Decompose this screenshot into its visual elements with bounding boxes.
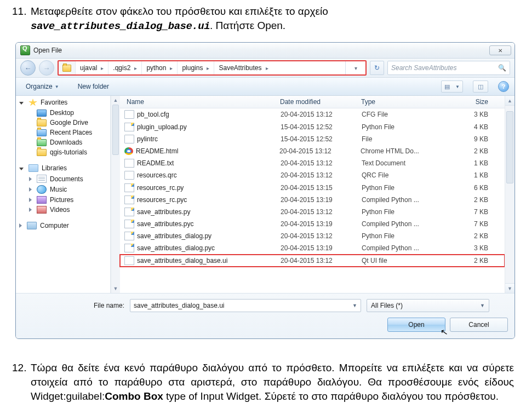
file-type: Qt UI file bbox=[362, 257, 439, 264]
search-input[interactable]: Search SaveAttributes 🔍 bbox=[387, 61, 510, 75]
cancel-button[interactable]: Cancel bbox=[450, 318, 508, 332]
preview-pane-button[interactable]: ◫ bbox=[473, 80, 488, 93]
view-mode-button[interactable]: ▤▼ bbox=[441, 80, 463, 93]
sidebar-item-pictures[interactable]: Pictures bbox=[16, 195, 110, 205]
open-button[interactable]: Open bbox=[387, 318, 445, 332]
chevron-down-icon[interactable]: ▼ bbox=[352, 303, 357, 308]
file-size: 6 KB bbox=[439, 184, 505, 192]
col-date[interactable]: Date modified bbox=[280, 98, 361, 106]
chevron-right-icon bbox=[29, 177, 32, 181]
file-row[interactable]: save_attributes.pyc20-04-2015 13:19Compi… bbox=[120, 218, 505, 230]
sidebar-libraries[interactable]: Libraries bbox=[16, 163, 110, 174]
breadcrumb-seg[interactable]: SaveAttributes bbox=[214, 61, 272, 74]
file-date: 20-04-2015 13:12 bbox=[281, 232, 362, 240]
sidebar-item-videos[interactable]: Videos bbox=[16, 205, 110, 215]
file-size: 9 KB bbox=[439, 135, 505, 143]
file-size: 2 KB bbox=[439, 232, 505, 240]
breadcrumb-seg[interactable]: ujaval bbox=[75, 61, 108, 74]
instruction-11: 11. Μεταφερθείτε στον φάκελο του πρόσθετ… bbox=[12, 4, 514, 33]
file-date: 20-04-2015 13:12 bbox=[279, 147, 361, 155]
file-size: 1 KB bbox=[439, 171, 505, 179]
file-name: save_attributes_dialog.py bbox=[137, 232, 281, 240]
file-icon bbox=[124, 208, 134, 216]
col-name[interactable]: Name bbox=[120, 98, 280, 106]
file-type: Python File bbox=[362, 208, 439, 216]
filename-input[interactable]: save_attributes_dialog_base.ui ▼ bbox=[130, 299, 361, 312]
file-size: 2 KB bbox=[439, 257, 505, 264]
file-size: 2 KB bbox=[439, 196, 505, 204]
file-row[interactable]: resources_rc.py20-04-2015 13:15Python Fi… bbox=[120, 181, 505, 193]
sidebar-item-downloads[interactable]: Downloads bbox=[16, 137, 110, 147]
file-date: 20-04-2015 13:12 bbox=[281, 208, 362, 216]
file-type: Chrome HTML Do... bbox=[361, 147, 438, 155]
col-size[interactable]: Size bbox=[439, 98, 505, 106]
pictures-icon bbox=[37, 196, 47, 204]
breadcrumb[interactable]: ujaval .qgis2 python plugins SaveAttribu… bbox=[58, 60, 367, 76]
computer-icon bbox=[27, 222, 37, 229]
breadcrumb-seg[interactable]: .qgis2 bbox=[108, 61, 141, 74]
file-icon bbox=[124, 110, 134, 119]
instruction-number: 11. bbox=[12, 4, 31, 33]
sidebar-scrollbar[interactable]: ▲ ▼ bbox=[111, 96, 120, 293]
sidebar-computer[interactable]: Computer bbox=[16, 220, 110, 231]
file-row[interactable]: save_attributes_dialog.py20-04-2015 13:1… bbox=[120, 230, 505, 242]
filename-label: File name: bbox=[94, 302, 124, 309]
file-row[interactable]: README.txt20-04-2015 13:12Text Document1… bbox=[120, 157, 505, 169]
file-type: QRC File bbox=[362, 171, 439, 179]
file-date: 20-04-2015 13:12 bbox=[281, 111, 362, 118]
file-name: pylintrc bbox=[137, 135, 281, 143]
file-date: 20-04-2015 13:12 bbox=[281, 171, 362, 179]
new-folder-button[interactable]: New folder bbox=[73, 81, 113, 92]
sidebar-item-desktop[interactable]: Desktop bbox=[16, 108, 110, 118]
close-button[interactable]: ✕ bbox=[489, 45, 511, 55]
file-row[interactable]: plugin_upload.py15-04-2015 12:52Python F… bbox=[120, 120, 505, 133]
file-icon bbox=[124, 183, 134, 192]
sidebar-item-documents[interactable]: Documents bbox=[16, 174, 110, 184]
instruction-text-b: type of Input Widget. Σύρετέ το στο παρά… bbox=[163, 390, 499, 402]
file-type: File bbox=[362, 135, 439, 143]
breadcrumb-dropdown[interactable]: ▾ bbox=[345, 61, 365, 74]
navbar: ← → ujaval .qgis2 python plugins SaveAtt… bbox=[16, 59, 514, 78]
instruction-code: save_attributes_dialog_base.ui bbox=[31, 20, 210, 32]
forward-button[interactable]: → bbox=[39, 60, 54, 76]
filetype-filter[interactable]: All Files (*) ▼ bbox=[367, 299, 489, 312]
breadcrumb-seg[interactable]: plugins bbox=[177, 61, 214, 74]
breadcrumb-seg[interactable]: python bbox=[141, 61, 177, 74]
window-title: Open File bbox=[33, 47, 62, 54]
file-row[interactable]: resources.qrc20-04-2015 13:12QRC File1 K… bbox=[120, 169, 505, 181]
sidebar-item-music[interactable]: Music bbox=[16, 184, 110, 195]
instruction-number: 12. bbox=[12, 361, 31, 403]
file-name: pb_tool.cfg bbox=[137, 111, 281, 118]
file-name: resources_rc.py bbox=[137, 184, 281, 192]
col-type[interactable]: Type bbox=[361, 98, 439, 106]
file-date: 20-04-2015 13:19 bbox=[281, 220, 362, 228]
file-row[interactable]: pb_tool.cfg20-04-2015 13:12CFG File3 KB bbox=[120, 108, 505, 120]
sidebar-item-gdrive[interactable]: Google Drive bbox=[16, 118, 110, 128]
file-type: Text Document bbox=[362, 159, 439, 167]
back-button[interactable]: ← bbox=[20, 60, 36, 76]
refresh-button[interactable]: ↻ bbox=[370, 61, 384, 75]
help-icon[interactable]: ? bbox=[498, 81, 509, 92]
file-icon bbox=[124, 232, 134, 240]
music-icon bbox=[37, 185, 47, 194]
organize-menu[interactable]: Organize▼ bbox=[21, 81, 64, 92]
sidebar-item-qgis[interactable]: qgis-tutorials bbox=[16, 147, 110, 157]
file-size: 4 KB bbox=[439, 123, 505, 131]
breadcrumb-root-icon[interactable] bbox=[59, 61, 75, 74]
file-row[interactable]: save_attributes.py20-04-2015 13:12Python… bbox=[120, 206, 505, 218]
file-name: resources.qrc bbox=[137, 171, 281, 179]
list-header[interactable]: Name Date modified Type Size bbox=[120, 96, 505, 108]
file-icon bbox=[124, 220, 134, 228]
sidebar-item-recent[interactable]: Recent Places bbox=[16, 128, 110, 137]
list-scrollbar[interactable]: ▲ ▼ bbox=[505, 96, 514, 293]
sidebar: Favorites Desktop Google Drive Recent Pl… bbox=[16, 96, 111, 293]
sidebar-favorites[interactable]: Favorites bbox=[16, 97, 110, 108]
file-row[interactable]: resources_rc.pyc20-04-2015 13:19Compiled… bbox=[120, 194, 505, 206]
open-file-dialog: Open File ✕ ← → ujaval .qgis2 python plu… bbox=[15, 42, 515, 339]
file-type: Python File bbox=[362, 232, 439, 240]
file-row[interactable]: pylintrc15-04-2015 12:52File9 KB bbox=[120, 133, 505, 145]
file-icon bbox=[124, 123, 134, 131]
file-row[interactable]: save_attributes_dialog.pyc20-04-2015 13:… bbox=[120, 242, 505, 254]
file-row[interactable]: README.html20-04-2015 13:12Chrome HTML D… bbox=[120, 145, 505, 157]
file-row[interactable]: save_attributes_dialog_base.ui20-04-2015… bbox=[120, 255, 505, 267]
